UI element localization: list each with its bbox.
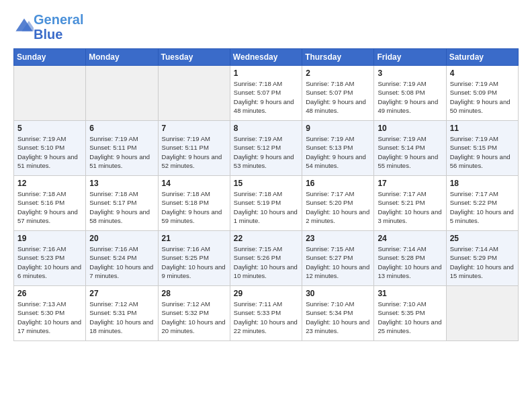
calendar-day-header: Friday [374,49,446,66]
calendar-day-cell: 2Sunrise: 7:18 AMSunset: 5:07 PMDaylight… [302,66,374,121]
day-number: 30 [306,289,370,298]
day-info: Sunrise: 7:10 AMSunset: 5:34 PMDaylight:… [306,300,370,335]
calendar-day-cell: 27Sunrise: 7:12 AMSunset: 5:31 PMDayligh… [86,286,158,341]
day-info: Sunrise: 7:16 AMSunset: 5:23 PMDaylight:… [17,244,82,280]
day-info: Sunrise: 7:18 AMSunset: 5:18 PMDaylight:… [162,189,226,225]
day-number: 10 [378,124,442,133]
day-info: Sunrise: 7:18 AMSunset: 5:17 PMDaylight:… [89,189,154,225]
calendar-day-cell [446,286,518,341]
calendar-day-header: Thursday [302,49,374,66]
day-info: Sunrise: 7:19 AMSunset: 5:15 PMDaylight:… [450,134,515,170]
day-number: 18 [450,179,515,188]
day-info: Sunrise: 7:19 AMSunset: 5:12 PMDaylight:… [234,134,298,170]
calendar-day-cell: 24Sunrise: 7:14 AMSunset: 5:28 PMDayligh… [374,231,446,286]
calendar-day-cell: 22Sunrise: 7:15 AMSunset: 5:26 PMDayligh… [230,231,302,286]
calendar-day-cell [86,66,158,121]
day-number: 5 [17,124,82,133]
day-number: 27 [89,289,154,298]
day-number: 12 [17,179,82,188]
calendar-day-header: Tuesday [158,49,230,66]
day-number: 1 [234,68,298,78]
day-number: 19 [17,234,82,243]
day-info: Sunrise: 7:13 AMSunset: 5:30 PMDaylight:… [17,300,82,335]
day-number: 29 [234,289,298,298]
calendar-table: SundayMondayTuesdayWednesdayThursdayFrid… [13,48,519,341]
day-info: Sunrise: 7:16 AMSunset: 5:25 PMDaylight:… [162,244,226,280]
calendar-day-cell: 6Sunrise: 7:19 AMSunset: 5:11 PMDaylight… [86,121,158,176]
day-info: Sunrise: 7:10 AMSunset: 5:35 PMDaylight:… [378,300,442,335]
calendar-day-cell: 1Sunrise: 7:18 AMSunset: 5:07 PMDaylight… [230,66,302,121]
day-info: Sunrise: 7:14 AMSunset: 5:28 PMDaylight:… [378,244,442,280]
day-info: Sunrise: 7:18 AMSunset: 5:19 PMDaylight:… [234,189,298,225]
day-info: Sunrise: 7:19 AMSunset: 5:08 PMDaylight:… [378,79,442,115]
day-number: 20 [89,234,154,243]
calendar-day-cell: 12Sunrise: 7:18 AMSunset: 5:16 PMDayligh… [14,176,86,231]
calendar-day-cell: 11Sunrise: 7:19 AMSunset: 5:15 PMDayligh… [446,121,518,176]
day-number: 15 [234,179,298,188]
day-number: 24 [378,234,442,243]
calendar-day-cell [14,66,86,121]
logo: General Blue [13,12,83,42]
calendar-day-cell: 14Sunrise: 7:18 AMSunset: 5:18 PMDayligh… [158,176,230,231]
day-number: 14 [162,179,226,188]
calendar-day-header: Monday [86,49,158,66]
calendar-day-cell: 5Sunrise: 7:19 AMSunset: 5:10 PMDaylight… [14,121,86,176]
calendar-day-cell: 28Sunrise: 7:12 AMSunset: 5:32 PMDayligh… [158,286,230,341]
calendar-day-cell: 19Sunrise: 7:16 AMSunset: 5:23 PMDayligh… [14,231,86,286]
calendar-week-row: 1Sunrise: 7:18 AMSunset: 5:07 PMDaylight… [14,66,519,121]
day-number: 7 [162,124,226,133]
day-info: Sunrise: 7:17 AMSunset: 5:22 PMDaylight:… [450,189,515,225]
calendar-day-cell: 31Sunrise: 7:10 AMSunset: 5:35 PMDayligh… [374,286,446,341]
day-number: 2 [306,68,370,78]
calendar-day-cell: 7Sunrise: 7:19 AMSunset: 5:11 PMDaylight… [158,121,230,176]
calendar-day-cell: 3Sunrise: 7:19 AMSunset: 5:08 PMDaylight… [374,66,446,121]
calendar-day-cell: 21Sunrise: 7:16 AMSunset: 5:25 PMDayligh… [158,231,230,286]
day-info: Sunrise: 7:19 AMSunset: 5:09 PMDaylight:… [450,79,515,115]
day-info: Sunrise: 7:19 AMSunset: 5:13 PMDaylight:… [306,134,370,170]
day-info: Sunrise: 7:15 AMSunset: 5:27 PMDaylight:… [306,244,370,280]
day-info: Sunrise: 7:17 AMSunset: 5:21 PMDaylight:… [378,189,442,225]
calendar-week-row: 19Sunrise: 7:16 AMSunset: 5:23 PMDayligh… [14,231,519,286]
day-info: Sunrise: 7:12 AMSunset: 5:32 PMDaylight:… [162,300,226,335]
day-info: Sunrise: 7:19 AMSunset: 5:14 PMDaylight:… [378,134,442,170]
day-info: Sunrise: 7:11 AMSunset: 5:33 PMDaylight:… [234,300,298,335]
calendar-day-cell: 10Sunrise: 7:19 AMSunset: 5:14 PMDayligh… [374,121,446,176]
day-number: 11 [450,124,515,133]
calendar-week-row: 5Sunrise: 7:19 AMSunset: 5:10 PMDaylight… [14,121,519,176]
day-info: Sunrise: 7:19 AMSunset: 5:11 PMDaylight:… [162,134,226,170]
calendar-day-cell: 30Sunrise: 7:10 AMSunset: 5:34 PMDayligh… [302,286,374,341]
day-number: 16 [306,179,370,188]
day-number: 6 [89,124,154,133]
logo-text: General Blue [34,12,83,42]
day-number: 17 [378,179,442,188]
day-info: Sunrise: 7:19 AMSunset: 5:10 PMDaylight:… [17,134,82,170]
calendar-day-cell: 15Sunrise: 7:18 AMSunset: 5:19 PMDayligh… [230,176,302,231]
day-info: Sunrise: 7:17 AMSunset: 5:20 PMDaylight:… [306,189,370,225]
day-number: 21 [162,234,226,243]
calendar-day-cell: 26Sunrise: 7:13 AMSunset: 5:30 PMDayligh… [14,286,86,341]
day-number: 4 [450,68,515,78]
day-number: 3 [378,68,442,78]
calendar-day-cell: 17Sunrise: 7:17 AMSunset: 5:21 PMDayligh… [374,176,446,231]
day-info: Sunrise: 7:19 AMSunset: 5:11 PMDaylight:… [89,134,154,170]
calendar-week-row: 26Sunrise: 7:13 AMSunset: 5:30 PMDayligh… [14,286,519,341]
day-number: 26 [17,289,82,298]
calendar-day-header: Saturday [446,49,518,66]
day-number: 25 [450,234,515,243]
day-info: Sunrise: 7:18 AMSunset: 5:07 PMDaylight:… [306,79,370,115]
calendar-day-cell: 23Sunrise: 7:15 AMSunset: 5:27 PMDayligh… [302,231,374,286]
day-number: 28 [162,289,226,298]
day-number: 9 [306,124,370,133]
calendar-day-cell: 9Sunrise: 7:19 AMSunset: 5:13 PMDaylight… [302,121,374,176]
day-info: Sunrise: 7:15 AMSunset: 5:26 PMDaylight:… [234,244,298,280]
calendar-day-header: Wednesday [230,49,302,66]
day-info: Sunrise: 7:14 AMSunset: 5:29 PMDaylight:… [450,244,515,280]
day-info: Sunrise: 7:16 AMSunset: 5:24 PMDaylight:… [89,244,154,280]
calendar-day-cell [158,66,230,121]
day-number: 8 [234,124,298,133]
calendar-day-cell: 8Sunrise: 7:19 AMSunset: 5:12 PMDaylight… [230,121,302,176]
calendar-day-header: Sunday [14,49,86,66]
page: General Blue SundayMondayTuesdayWednesda… [0,0,532,411]
calendar-header-row: SundayMondayTuesdayWednesdayThursdayFrid… [14,49,519,66]
header: General Blue [13,12,519,42]
